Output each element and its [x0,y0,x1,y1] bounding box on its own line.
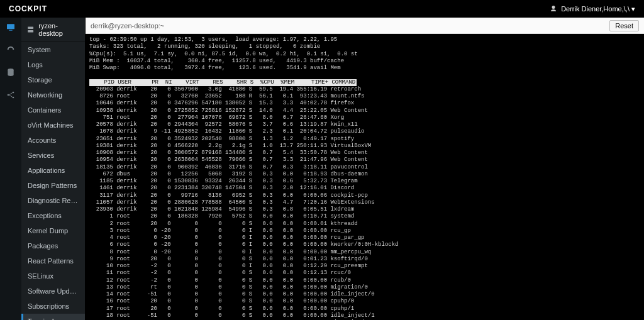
storage-icon[interactable] [5,67,16,78]
server-icon [26,25,35,34]
reset-button[interactable]: Reset [609,20,639,31]
process-row: 11057 derrik 20 0 2880628 778588 64500 S… [89,199,640,206]
svg-point-4 [13,92,14,94]
process-row: 8 root 0 -20 0 0 0 I 0.0 0.0 0:00.00 mm_… [89,249,640,256]
process-row: 13 root rt 0 0 0 0 S 0.0 0.0 0:00.00 mig… [89,284,640,291]
sidebar-nav: ryzen-desktop SystemLogsStorageNetworkin… [21,18,86,320]
svg-rect-7 [28,30,33,32]
process-row: 2 root 20 0 0 0 0 S 0.0 0.0 0:00.01 kthr… [89,221,640,228]
top-summary-line: %Cpu(s): 5.1 us, 7.1 sy, 0.0 ni, 87.5 id… [89,51,640,58]
svg-rect-0 [7,24,14,29]
process-row: 10 root -2 0 0 0 0 I 0.0 0.0 0:12.29 rcu… [89,263,640,270]
process-row: 9 root 20 0 0 0 0 S 0.0 0.0 0:01.23 ksof… [89,256,640,263]
process-row: 3 root 0 -20 0 0 0 I 0.0 0.0 0:00.00 rcu… [89,228,640,234]
sidebar-item-design-patterns[interactable]: Design Patterns [21,178,85,193]
sidebar-item-react-patterns[interactable]: React Patterns [21,253,85,268]
process-row: 18 root -51 0 0 0 0 S 0.0 0.0 0:00.00 id… [89,312,640,319]
svg-rect-6 [28,27,33,29]
sidebar-item-containers[interactable]: Containers [21,102,85,118]
sidebar-item-applications[interactable]: Applications [21,163,85,178]
top-summary-line: top - 02:39:50 up 1 day, 12:53, 3 users,… [89,36,640,43]
sidebar-item-networking[interactable]: Networking [21,87,85,102]
host-icon[interactable] [5,21,16,33]
user-icon [550,5,557,13]
process-row: 8726 root 20 0 32760 23652 108 R 56.1 0.… [89,93,640,100]
sidebar-item-packages[interactable]: Packages [21,238,85,253]
process-row: 4 root 0 -20 0 0 0 I 0.0 0.0 0:00.00 rcu… [89,234,640,241]
machine-switcher [0,18,21,320]
svg-point-3 [8,94,9,96]
svg-point-5 [13,97,14,99]
process-row: 16 root 20 0 0 0 0 S 0.0 0.0 0:00.00 cpu… [89,298,640,305]
sidebar-item-selinux[interactable]: SELinux [21,268,85,284]
process-row: 10646 derrik 20 0 3476296 547180 138052 … [89,100,640,107]
sidebar-item-accounts[interactable]: Accounts [21,133,85,148]
process-row: 23651 derrik 20 0 3524932 202540 98800 S… [89,136,640,143]
process-row: 19381 derrik 20 0 4566220 2.2g 2.1g S 1.… [89,143,640,150]
process-row: 3117 derrik 20 0 99716 8136 6952 S 0.3 0… [89,192,640,199]
terminal-output[interactable]: top - 02:39:50 up 1 day, 12:53, 3 users,… [86,34,644,320]
host-name: ryzen-desktop [38,22,80,37]
process-row: 1461 derrik 20 0 2231384 320748 147504 S… [89,185,640,192]
sidebar-item-services[interactable]: Services [21,148,85,163]
process-row: 18135 derrik 20 0 900392 46836 31716 S 0… [89,164,640,171]
process-row: 10908 derrik 20 0 3000572 879168 134480 … [89,150,640,157]
process-row: 10938 derrik 20 0 2725852 725816 152872 … [89,108,640,114]
process-row: 1185 derrik 20 0 1530836 93324 26344 S 0… [89,178,640,185]
top-header: PID USER PR NI VIRT RES SHR S %CPU %MEM … [89,79,357,86]
process-row: 6 root 0 -20 0 0 0 I 0.0 0.0 0:00.00 kwo… [89,241,640,248]
user-label: Derrik Diener,Home,\,\ ▾ [561,5,635,13]
process-row: 10954 derrik 20 0 2638004 545528 79060 S… [89,157,640,163]
sidebar-item-subscriptions[interactable]: Subscriptions [21,299,85,314]
sidebar-item-software-updates[interactable]: Software Updates [21,284,85,299]
process-row: 672 dbus 20 0 12256 5068 3192 S 0.3 0.0 … [89,171,640,178]
top-summary-line: MiB Mem : 16037.4 total, 360.4 free, 112… [89,58,640,65]
sidebar-item-diagnostic-reports[interactable]: Diagnostic Reports [21,193,85,208]
dashboard-icon[interactable] [5,44,16,55]
host-row[interactable]: ryzen-desktop [21,18,85,42]
sidebar-item-ovirt-machines[interactable]: oVirt Machines [21,118,85,133]
process-row: 20903 derrik 20 0 3567900 3.0g 41880 S 5… [89,86,640,93]
top-summary-line: Tasks: 323 total, 2 running, 320 sleepin… [89,43,640,50]
svg-rect-1 [9,30,12,31]
sidebar-item-terminal[interactable]: Terminal [21,314,85,320]
sidebar-item-system[interactable]: System [21,42,85,57]
brand-logo: COCKPIT [9,4,47,13]
process-row: 1078 derrik 9 -11 4925852 16432 11860 S … [89,128,640,135]
topbar: COCKPIT Derrik Diener,Home,\,\ ▾ [0,0,644,18]
network-icon[interactable] [5,89,16,101]
sidebar-item-kernel-dump[interactable]: Kernel Dump [21,223,85,238]
process-row: 751 root 20 0 277904 107076 69672 S 8.0 … [89,114,640,121]
user-menu[interactable]: Derrik Diener,Home,\,\ ▾ [550,5,635,13]
sidebar-item-exceptions[interactable]: Exceptions [21,208,85,223]
top-summary-line: MiB Swap: 4096.0 total, 3972.4 free, 123… [89,65,640,72]
breadcrumb-bar: derrik@ryzen-desktop:~ Reset [86,18,644,34]
process-row: 17 root 20 0 0 0 0 S 0.0 0.0 0:00.00 cpu… [89,306,640,312]
process-row: 1 root 20 0 186328 7920 5752 S 0.0 0.0 0… [89,213,640,220]
process-row: 12 root -2 0 0 0 0 S 0.0 0.0 0:00.00 rcu… [89,277,640,284]
process-row: 11 root -2 0 0 0 0 S 0.0 0.0 0:12.13 rcu… [89,270,640,277]
main-panel: derrik@ryzen-desktop:~ Reset top - 02:39… [86,18,644,320]
process-row: 14 root -51 0 0 0 0 S 0.0 0.0 0:00.00 id… [89,291,640,298]
sidebar-item-logs[interactable]: Logs [21,57,85,72]
process-row: 20578 derrik 20 0 2944304 92572 58076 S … [89,121,640,128]
sidebar-item-storage[interactable]: Storage [21,72,85,87]
process-row: 23930 derrik 20 0 1021848 125984 54996 S… [89,206,640,213]
breadcrumb: derrik@ryzen-desktop:~ [91,22,164,30]
